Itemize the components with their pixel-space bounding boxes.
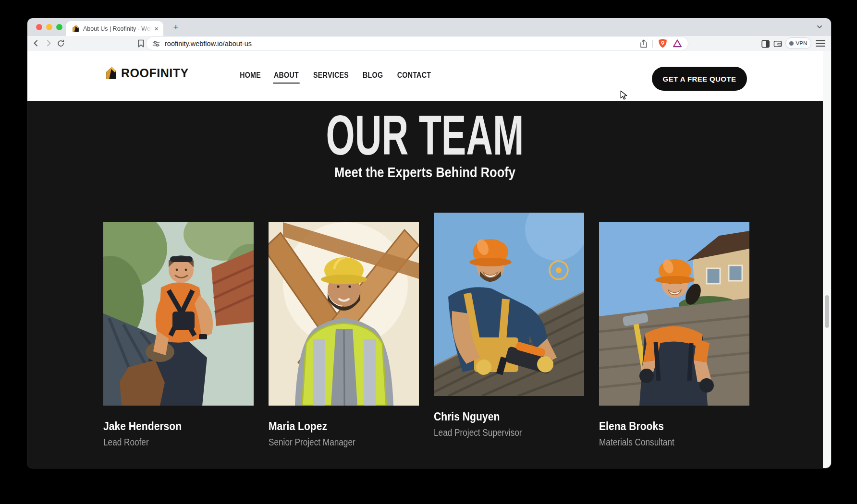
team-card: Maria Lopez Senior Project Manager (269, 222, 419, 448)
share-icon[interactable] (639, 39, 647, 48)
browser-tab[interactable]: About Us | Roofinity - Webflo × (66, 21, 163, 36)
scrollbar-track[interactable] (823, 51, 831, 468)
click-indicator-ring (548, 260, 569, 281)
close-tab-icon[interactable]: × (153, 24, 159, 33)
nav-item-blog[interactable]: BLOG (362, 69, 384, 84)
back-button[interactable] (30, 37, 42, 49)
pointer-cursor (620, 90, 627, 100)
logo-text: ROOFINITY (121, 66, 189, 80)
site-header: ROOFINITY HOME ABOUT SERVICES BLOG CONTA… (27, 51, 831, 101)
nav-item-home[interactable]: HOME (239, 69, 261, 84)
nav-item-services[interactable]: SERVICES (313, 69, 350, 84)
sidebar-icon[interactable] (759, 38, 771, 49)
reload-button[interactable] (55, 37, 66, 49)
tab-bar: About Us | Roofinity - Webflo × + (27, 18, 831, 36)
member-role: Materials Consultant (599, 437, 728, 448)
window-controls (36, 24, 62, 30)
chevron-down-icon[interactable] (816, 23, 823, 31)
team-section: OUR TEAM Meet the Experts Behind Roofy (27, 101, 831, 468)
team-card: Chris Nguyen Lead Project Supervisor (434, 213, 584, 448)
url-text: roofinity.webflow.io/about-us (165, 40, 639, 48)
bookmark-icon[interactable] (135, 37, 147, 49)
tune-icon[interactable] (152, 40, 160, 48)
url-bar[interactable]: roofinity.webflow.io/about-us (147, 37, 688, 50)
urlbar-actions (639, 38, 682, 48)
toolbar-divider (652, 40, 653, 48)
team-photo-elena-brooks (599, 222, 749, 406)
desktop-background: About Us | Roofinity - Webflo × + (0, 0, 857, 504)
roof-logo-icon (105, 66, 118, 80)
new-tab-button[interactable]: + (170, 21, 182, 34)
team-photo-jake-henderson (103, 222, 254, 406)
close-window-button[interactable] (36, 24, 42, 30)
brave-rewards-icon[interactable] (673, 39, 682, 48)
wallet-icon[interactable] (772, 38, 784, 49)
member-role: Lead Project Supervisor (434, 427, 563, 438)
nav-item-contact[interactable]: CONTACT (396, 69, 432, 84)
team-photo-chris-nguyen (434, 213, 584, 396)
team-grid: Jake Henderson Lead Roofer (103, 213, 749, 448)
vpn-badge[interactable]: VPN (785, 37, 811, 49)
forward-button[interactable] (43, 37, 54, 49)
brave-shield-icon[interactable] (658, 38, 667, 48)
zoom-window-button[interactable] (56, 24, 62, 30)
vpn-label: VPN (796, 40, 807, 46)
member-name: Chris Nguyen (434, 410, 566, 423)
browser-toolbar: roofinity.webflow.io/about-us (27, 36, 831, 51)
nav-item-about[interactable]: ABOUT (273, 69, 299, 84)
main-navigation: HOME ABOUT SERVICES BLOG CONTACT (237, 51, 435, 101)
site-logo[interactable]: ROOFINITY (105, 66, 189, 80)
get-quote-button[interactable]: GET A FREE QUOTE (652, 67, 747, 91)
section-title: OUR TEAM (162, 107, 687, 163)
member-name: Maria Lopez (269, 420, 401, 433)
vpn-status-dot (789, 41, 794, 46)
member-name: Elena Brooks (599, 420, 731, 433)
team-card: Jake Henderson Lead Roofer (103, 222, 254, 448)
team-card: Elena Brooks Materials Consultant (599, 222, 749, 448)
member-role: Lead Roofer (103, 437, 233, 448)
roof-favicon-icon (72, 24, 80, 33)
member-role: Senior Project Manager (269, 437, 398, 448)
scrollbar-thumb[interactable] (825, 295, 829, 328)
team-photo-maria-lopez (269, 222, 419, 406)
browser-window: About Us | Roofinity - Webflo × + (27, 18, 831, 468)
member-name: Jake Henderson (103, 420, 235, 433)
menu-icon[interactable] (816, 38, 825, 48)
minimize-window-button[interactable] (46, 24, 52, 30)
section-subtitle: Meet the Experts Behind Roofy (87, 164, 763, 180)
tab-title: About Us | Roofinity - Webflo (83, 25, 153, 32)
